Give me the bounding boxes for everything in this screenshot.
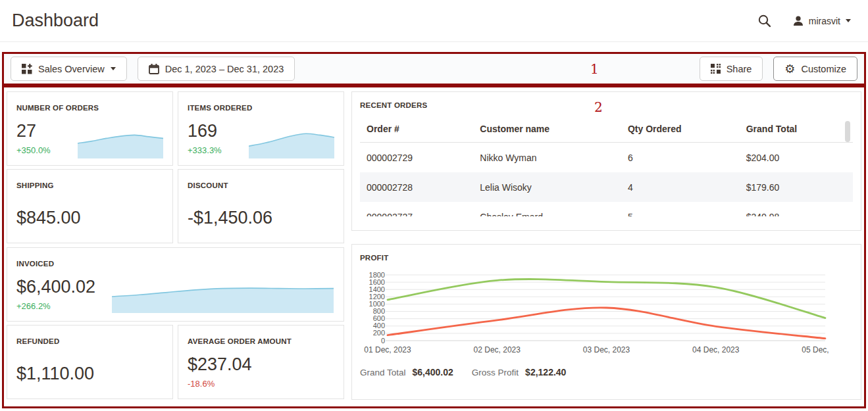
gear-icon: ⚙ bbox=[784, 63, 795, 75]
cell-customer-name: Chesley Emard bbox=[473, 202, 621, 216]
toolbar-frame: Sales Overview Dec 1, 2023 – Dec 31, 202… bbox=[2, 52, 866, 85]
share-label: Share bbox=[727, 64, 752, 74]
cell-grand-total: $240.98 bbox=[740, 202, 853, 216]
cell-order-number: 000002728 bbox=[360, 172, 473, 202]
column-header-customer: Customer name bbox=[473, 117, 621, 142]
orders-table-body: 000002729 Nikko Wyman 6 $204.00 00000272… bbox=[360, 143, 853, 216]
cell-qty: 5 bbox=[621, 202, 740, 216]
table-row[interactable]: 000002728 Lelia Wisoky 4 $179.60 bbox=[360, 172, 853, 202]
svg-text:02 Dec, 2023: 02 Dec, 2023 bbox=[474, 345, 521, 354]
column-header-total: Grand Total bbox=[740, 117, 853, 142]
kpi-label: DISCOUNT bbox=[188, 181, 334, 189]
kpi-card-discount: DISCOUNT -$1,450.06 bbox=[178, 169, 344, 243]
kpi-label: ITEMS ORDERED bbox=[188, 104, 334, 112]
customize-label: Customize bbox=[802, 64, 847, 74]
qr-share-icon bbox=[711, 64, 721, 74]
kpi-label: NUMBER OF ORDERS bbox=[16, 104, 163, 112]
chevron-down-icon bbox=[111, 67, 116, 70]
customize-button[interactable]: ⚙ Customize bbox=[773, 57, 857, 81]
cell-qty: 4 bbox=[621, 172, 740, 202]
kpi-card-shipping: SHIPPING $845.00 bbox=[7, 169, 173, 243]
kpi-label: SHIPPING bbox=[16, 181, 163, 189]
summary-label: Gross Profit bbox=[472, 368, 519, 377]
profit-summary: Grand Total $6,400.02 Gross Profit $2,12… bbox=[360, 367, 853, 377]
page-title: Dashboard bbox=[12, 11, 99, 31]
search-icon[interactable] bbox=[756, 12, 773, 30]
cell-order-number: 000002727 bbox=[360, 202, 473, 216]
orders-table-header: Order # Customer name Qty Ordered Grand … bbox=[360, 117, 853, 143]
column-header-order: Order # bbox=[360, 117, 473, 142]
sparkline-chart bbox=[78, 127, 163, 158]
svg-text:01 Dec, 2023: 01 Dec, 2023 bbox=[364, 345, 411, 354]
sparkline-chart bbox=[249, 127, 334, 158]
kpi-delta: -18.6% bbox=[188, 379, 334, 389]
table-row[interactable]: 000002729 Nikko Wyman 6 $204.00 bbox=[360, 143, 853, 172]
date-range-button[interactable]: Dec 1, 2023 – Dec 31, 2023 bbox=[138, 57, 295, 81]
user-name: mirasvit bbox=[809, 16, 840, 26]
kpi-card-refunded: REFUNDED $1,110.00 bbox=[7, 325, 173, 399]
annotation-2: 2 bbox=[594, 101, 603, 114]
svg-text:03 Dec, 2023: 03 Dec, 2023 bbox=[583, 345, 630, 354]
cell-grand-total: $179.60 bbox=[740, 172, 853, 202]
view-selector-button[interactable]: Sales Overview bbox=[11, 57, 127, 81]
recent-orders-title: RECENT ORDERS bbox=[360, 101, 853, 109]
kpi-card-average-order-amount: AVERAGE ORDER AMOUNT $237.04 -18.6% bbox=[178, 325, 344, 399]
date-range-label: Dec 1, 2023 – Dec 31, 2023 bbox=[165, 64, 284, 74]
page-header: Dashboard mirasvit bbox=[0, 0, 868, 42]
content-frame: 2 NUMBER OF ORDERS 27 +350.0% ITEMS ORDE… bbox=[2, 85, 866, 408]
column-header-qty: Qty Ordered bbox=[621, 117, 740, 142]
table-row[interactable]: 000002727 Chesley Emard 5 $240.98 bbox=[360, 202, 853, 216]
summary-value: $6,400.02 bbox=[413, 367, 453, 377]
svg-text:0: 0 bbox=[381, 337, 385, 345]
svg-text:04 Dec, 2023: 04 Dec, 2023 bbox=[692, 345, 740, 354]
calendar-icon bbox=[149, 64, 159, 74]
kpi-card-number-of-orders: NUMBER OF ORDERS 27 +350.0% bbox=[7, 91, 173, 166]
sparkline-chart bbox=[112, 279, 334, 313]
user-menu[interactable]: mirasvit bbox=[793, 16, 851, 26]
cell-customer-name: Lelia Wisoky bbox=[473, 172, 621, 202]
grid-plus-icon bbox=[22, 64, 32, 74]
user-avatar-icon bbox=[793, 16, 804, 26]
kpi-label: INVOICED bbox=[16, 260, 334, 268]
recent-orders-card: RECENT ORDERS Order # Customer name Qty … bbox=[351, 91, 861, 231]
profit-line-chart: 18001600140012001000800600400200001 Dec,… bbox=[360, 271, 830, 358]
scrollbar-thumb[interactable] bbox=[845, 121, 850, 142]
profit-card: PROFIT 180016001400120010008006004002000… bbox=[351, 244, 861, 400]
kpi-value: $237.04 bbox=[188, 354, 334, 375]
kpi-card-items-ordered: ITEMS ORDERED 169 +333.3% bbox=[178, 91, 344, 166]
kpi-label: REFUNDED bbox=[16, 337, 163, 345]
share-button[interactable]: Share bbox=[700, 57, 763, 81]
kpi-value: $845.00 bbox=[16, 208, 163, 228]
kpi-value: $1,110.00 bbox=[16, 364, 163, 384]
kpi-card-invoiced: INVOICED $6,400.02 +266.2% bbox=[7, 247, 344, 322]
view-selector-label: Sales Overview bbox=[38, 64, 105, 74]
summary-label: Grand Total bbox=[360, 368, 406, 377]
summary-value: $2,122.40 bbox=[525, 367, 566, 377]
cell-customer-name: Nikko Wyman bbox=[473, 143, 621, 172]
cell-grand-total: $204.00 bbox=[740, 143, 853, 172]
cell-qty: 6 bbox=[621, 143, 740, 172]
kpi-value: -$1,450.06 bbox=[188, 208, 334, 228]
profit-title: PROFIT bbox=[360, 254, 853, 262]
cell-order-number: 000002729 bbox=[360, 143, 473, 172]
chevron-down-icon bbox=[846, 19, 851, 22]
kpi-label: AVERAGE ORDER AMOUNT bbox=[188, 337, 334, 345]
annotation-1: 1 bbox=[590, 62, 599, 76]
dashboard-page: Dashboard mirasvit bbox=[0, 0, 868, 411]
svg-text:05 Dec, 2023: 05 Dec, 2023 bbox=[802, 345, 830, 354]
